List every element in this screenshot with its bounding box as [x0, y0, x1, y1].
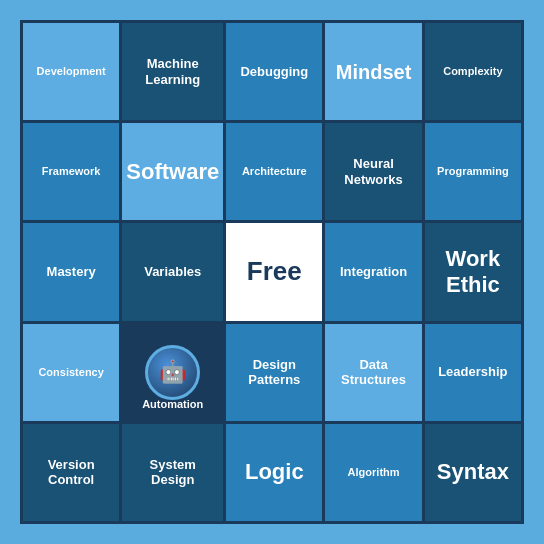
cell-text-r0c0: Development — [37, 65, 106, 78]
cell-r4c0: Version Control — [23, 424, 119, 521]
cell-text-r3c2: Design Patterns — [230, 357, 318, 388]
cell-text-r3c4: Leadership — [438, 364, 507, 380]
cell-text-r4c0: Version Control — [27, 457, 115, 488]
cell-text-r2c4: Work Ethic — [429, 246, 517, 299]
robot-image: Automation — [126, 328, 219, 417]
cell-r4c2: Logic — [226, 424, 322, 521]
cell-r3c4: Leadership — [425, 324, 521, 421]
cell-text-r1c3: Neural Networks — [329, 156, 417, 187]
cell-r4c1: System Design — [122, 424, 223, 521]
cell-text-r2c3: Integration — [340, 264, 407, 280]
cell-r3c1: Automation — [122, 324, 223, 421]
cell-r2c0: Mastery — [23, 223, 119, 320]
cell-r3c0: Consistency — [23, 324, 119, 421]
cell-r3c3: Data Structures — [325, 324, 421, 421]
cell-text-r0c1: Machine Learning — [126, 56, 219, 87]
cell-r1c4: Programming — [425, 123, 521, 220]
cell-r3c2: Design Patterns — [226, 324, 322, 421]
cell-text-r3c3: Data Structures — [329, 357, 417, 388]
robot-circle — [145, 345, 200, 400]
cell-text-r1c1: Software — [126, 159, 219, 185]
cell-r0c1: Machine Learning — [122, 23, 223, 120]
cell-r1c1: Software — [122, 123, 223, 220]
cell-text-r2c1: Variables — [144, 264, 201, 280]
cell-text-r1c4: Programming — [437, 165, 509, 178]
cell-r1c2: Architecture — [226, 123, 322, 220]
cell-text-r3c0: Consistency — [38, 366, 103, 379]
automation-label: Automation — [126, 398, 219, 411]
cell-text-r4c1: System Design — [126, 457, 219, 488]
cell-text-r4c2: Logic — [245, 459, 304, 485]
cell-r4c3: Algorithm — [325, 424, 421, 521]
cell-text-r0c4: Complexity — [443, 65, 502, 78]
cell-text-r2c0: Mastery — [47, 264, 96, 280]
cell-r0c3: Mindset — [325, 23, 421, 120]
cell-r1c3: Neural Networks — [325, 123, 421, 220]
cell-r2c4: Work Ethic — [425, 223, 521, 320]
cell-r4c4: Syntax — [425, 424, 521, 521]
cell-r2c2: Free — [226, 223, 322, 320]
cell-r0c4: Complexity — [425, 23, 521, 120]
cell-text-r0c3: Mindset — [336, 60, 412, 84]
cell-r0c0: Development — [23, 23, 119, 120]
cell-r0c2: Debugging — [226, 23, 322, 120]
cell-text-r4c4: Syntax — [437, 459, 509, 485]
cell-text-r1c2: Architecture — [242, 165, 307, 178]
bingo-board: DevelopmentMachine LearningDebuggingMind… — [20, 20, 524, 524]
cell-text-r1c0: Framework — [42, 165, 101, 178]
cell-r2c1: Variables — [122, 223, 223, 320]
cell-text-r4c3: Algorithm — [348, 466, 400, 479]
cell-r2c3: Integration — [325, 223, 421, 320]
cell-r1c0: Framework — [23, 123, 119, 220]
cell-text-r0c2: Debugging — [240, 64, 308, 80]
